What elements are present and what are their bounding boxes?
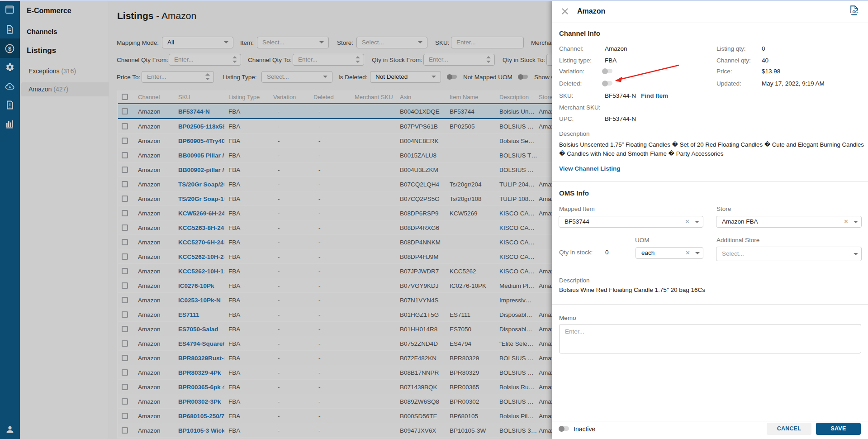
- svg-text:LOG: LOG: [850, 10, 859, 14]
